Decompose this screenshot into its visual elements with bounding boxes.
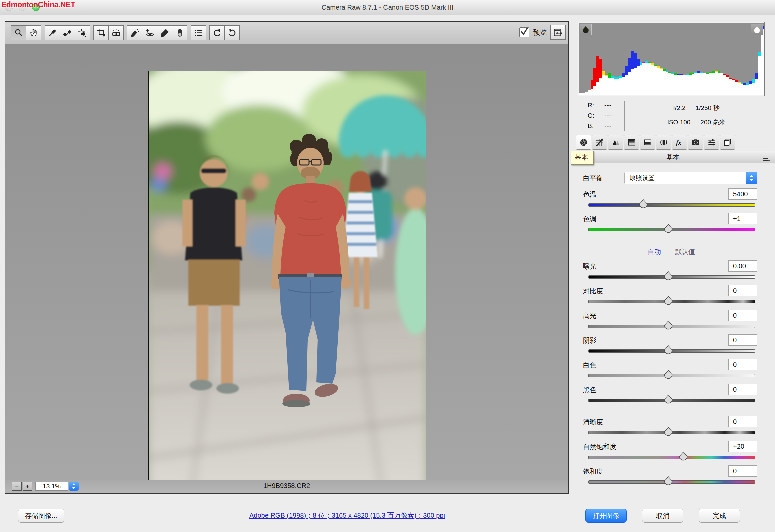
- vibrance-slider-track[interactable]: [588, 456, 755, 459]
- whites-slider-track[interactable]: [588, 374, 755, 377]
- contrast-slider-value[interactable]: 0: [728, 285, 757, 296]
- zoom-tool-button[interactable]: [11, 25, 26, 40]
- saturation-slider-label: 饱和度: [583, 467, 603, 476]
- stepper-chevrons-icon: [749, 174, 754, 182]
- default-link[interactable]: 默认值: [675, 247, 695, 256]
- hand-tool-button[interactable]: [26, 25, 41, 40]
- workflow-options-link[interactable]: Adobe RGB (1998)；8 位；3165 x 4820 (15.3 百…: [249, 511, 445, 520]
- highlights-slider-track[interactable]: [588, 325, 755, 328]
- exposure-slider-thumb[interactable]: [663, 271, 673, 282]
- toolbar-band: 预览: [5, 22, 568, 44]
- clarity-slider-value[interactable]: 0: [728, 416, 757, 427]
- shadow-clipping-button[interactable]: [580, 24, 592, 35]
- shadows-slider-thumb[interactable]: [663, 345, 673, 356]
- temperature-slider-thumb[interactable]: [638, 199, 648, 210]
- blacks-slider-track[interactable]: [588, 399, 755, 402]
- crop-tool-icon: [97, 28, 106, 37]
- tab-effects[interactable]: fx: [672, 135, 687, 150]
- cancel-button[interactable]: 取消: [642, 509, 683, 523]
- saturation-slider-track[interactable]: [588, 480, 755, 484]
- tab-detail[interactable]: [608, 135, 623, 150]
- tab-hsl-grayscale[interactable]: [624, 135, 639, 150]
- white-balance-label: 白平衡:: [583, 174, 620, 183]
- blacks-slider-value[interactable]: 0: [728, 384, 757, 395]
- rotate-right-tool-button[interactable]: [224, 25, 240, 40]
- graduated-filter-tool-button[interactable]: [172, 25, 187, 40]
- blacks-slider-thumb[interactable]: [663, 394, 673, 406]
- tint-slider-value[interactable]: +1: [728, 213, 757, 224]
- whites-slider-thumb[interactable]: [663, 370, 673, 381]
- image-info: R:--- G:--- B:--- f/2.21/250 秒 ISO 10020…: [578, 99, 764, 133]
- tab-presets[interactable]: [704, 135, 719, 150]
- vibrance-slider-thumb[interactable]: [678, 451, 688, 463]
- temperature-slider-track[interactable]: [588, 203, 755, 207]
- auto-default-links: 自动 默认值: [578, 247, 764, 256]
- separator: [581, 412, 762, 412]
- contrast-slider-thumb[interactable]: [663, 296, 673, 307]
- photo[interactable]: [148, 71, 426, 492]
- saturation-slider-value[interactable]: 0: [728, 465, 757, 477]
- vibrance-slider-block: 自然饱和度+20: [578, 441, 764, 461]
- straighten-tool-button[interactable]: [108, 25, 124, 40]
- vibrance-slider-value[interactable]: +20: [728, 441, 757, 452]
- exposure-slider-track[interactable]: [588, 275, 755, 279]
- shadows-slider-label: 阴影: [583, 336, 596, 345]
- exposure-slider-label: 曝光: [583, 262, 596, 271]
- clarity-slider-label: 清晰度: [583, 418, 603, 427]
- tab-tone-curve-icon: [595, 138, 604, 147]
- zoom-tool-icon: [14, 28, 23, 37]
- tab-split-toning-icon: [643, 138, 652, 147]
- contrast-slider-label: 对比度: [583, 287, 603, 296]
- g-label: G:: [588, 110, 600, 121]
- status-strip: − + 13.1% 1H9B9358.CR2: [5, 480, 568, 493]
- shadows-slider-track[interactable]: [588, 349, 755, 353]
- highlight-clipping-button[interactable]: [751, 24, 763, 35]
- exposure-slider-value[interactable]: 0.00: [728, 260, 757, 272]
- clarity-slider-block: 清晰度0: [578, 416, 764, 437]
- contrast-slider-track[interactable]: [588, 300, 755, 303]
- temperature-slider-block: 色温5400: [578, 188, 764, 209]
- highlights-slider-value[interactable]: 0: [728, 310, 757, 321]
- watermark: EdmontonChina.NET: [1, 0, 75, 9]
- targeted-adjustment-tool-button[interactable]: [75, 25, 90, 40]
- toggle-fullscreen-button[interactable]: [550, 25, 566, 40]
- done-button[interactable]: 完成: [699, 509, 740, 523]
- crop-tool-button[interactable]: [93, 25, 109, 40]
- panel-menu-icon[interactable]: [762, 154, 770, 160]
- preview-checkbox[interactable]: [519, 27, 529, 37]
- rotate-left-tool-button[interactable]: [209, 25, 225, 40]
- red-eye-removal-tool-button[interactable]: [142, 25, 157, 40]
- tab-camera-calibration[interactable]: [688, 135, 703, 150]
- shadows-slider-value[interactable]: 0: [728, 334, 757, 346]
- tab-snapshots[interactable]: [720, 135, 735, 150]
- tab-split-toning[interactable]: [640, 135, 655, 150]
- tint-slider-label: 色调: [583, 215, 596, 224]
- open-image-button[interactable]: 打开图像: [585, 509, 627, 523]
- spot-removal-tool-button[interactable]: [127, 25, 142, 40]
- color-sampler-tool-button[interactable]: [60, 25, 75, 40]
- clarity-slider-thumb[interactable]: [663, 427, 673, 438]
- preferences-tool-button[interactable]: [191, 25, 206, 40]
- whites-slider-value[interactable]: 0: [728, 359, 757, 370]
- temperature-slider-value[interactable]: 5400: [728, 188, 757, 200]
- highlights-slider-thumb[interactable]: [663, 320, 673, 332]
- saturation-slider-thumb[interactable]: [663, 476, 673, 487]
- tint-slider-track[interactable]: [588, 228, 755, 231]
- tab-presets-icon: [707, 138, 716, 147]
- white-balance-tool-button[interactable]: [45, 25, 60, 40]
- shadow-clipping-icon: [582, 26, 590, 33]
- tab-tone-curve[interactable]: [592, 135, 607, 150]
- white-balance-select[interactable]: 原照设置: [624, 172, 757, 184]
- titlebar: EdmontonChina.NET Camera Raw 8.7.1 - Can…: [0, 0, 775, 15]
- tab-basic[interactable]: [576, 135, 591, 150]
- auto-link[interactable]: 自动: [648, 247, 661, 256]
- content-area: 预览: [5, 21, 569, 494]
- adjustment-brush-tool-button[interactable]: [157, 25, 172, 40]
- white-balance-stepper[interactable]: [746, 172, 757, 184]
- save-image-button[interactable]: 存储图像...: [18, 509, 64, 523]
- tint-slider-thumb[interactable]: [663, 224, 673, 235]
- tab-lens-corrections[interactable]: [656, 135, 671, 150]
- iso-value: ISO 100: [667, 119, 691, 126]
- tab-basic-icon: [579, 138, 588, 147]
- clarity-slider-track[interactable]: [588, 431, 755, 434]
